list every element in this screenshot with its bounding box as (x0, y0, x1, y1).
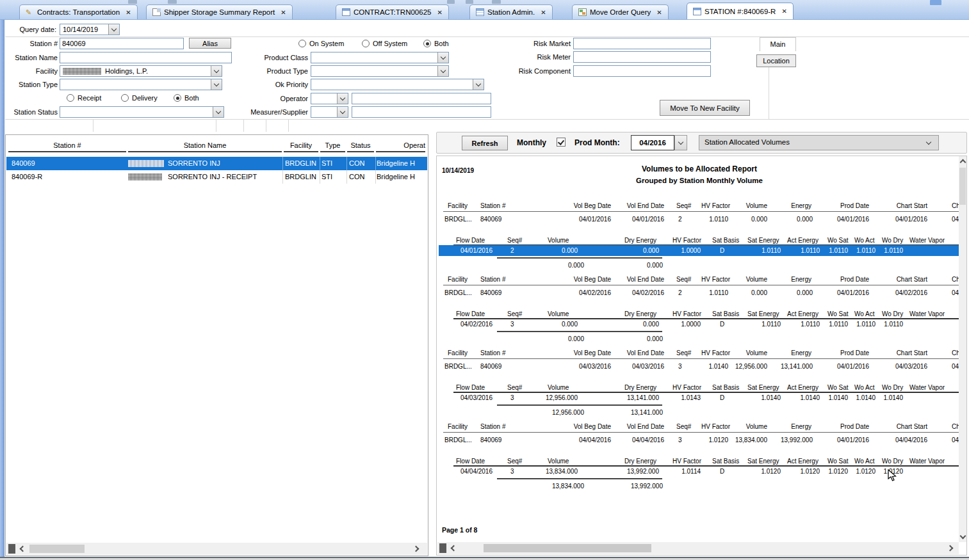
chevron-down-icon[interactable] (213, 107, 224, 117)
report-flow-value: T (897, 467, 961, 476)
product-class-select[interactable] (311, 52, 449, 63)
operator-name-input[interactable] (352, 93, 491, 104)
on-system-radio[interactable] (298, 40, 306, 47)
tab-label: Move Order Query (590, 8, 651, 16)
product-class-label: Product Class (238, 54, 308, 61)
station-row-840069[interactable]: 840069 SORRENTO INJ BRDGLIN STI CON Brid… (6, 157, 427, 170)
report-flow-header: Wo Act (854, 383, 875, 392)
tab-station-admin[interactable]: Station Admin. ✕ (469, 4, 553, 19)
scrollbar-thumb[interactable] (959, 168, 966, 205)
station-number-input[interactable] (60, 38, 184, 49)
report-flow-value: 1.0000 (630, 320, 701, 328)
chevron-down-icon[interactable] (473, 79, 484, 90)
report-flow-header: Water Vapor (909, 310, 945, 318)
report-title: Volumes to be Allocated Report (438, 165, 961, 173)
report-group-value: 04/03/2016 (857, 362, 927, 371)
chevron-down-icon[interactable] (211, 66, 222, 76)
facility-select[interactable]: Holdings, L.P. (60, 65, 222, 77)
scroll-up-icon[interactable] (960, 159, 966, 166)
col-header-station-name[interactable]: Station Name (128, 141, 282, 152)
prod-month-chevron[interactable] (674, 135, 687, 150)
report-vscrollbar[interactable] (959, 156, 966, 542)
scroll-right-icon[interactable] (413, 546, 419, 552)
prod-month-value[interactable]: 04/2016 (631, 135, 674, 150)
station-name-input[interactable] (60, 52, 232, 63)
side-tab-main[interactable]: Main (760, 37, 796, 51)
report-type-select[interactable]: Station Allocated Volumes (699, 135, 939, 150)
report-rule (443, 432, 961, 433)
off-system-radio[interactable] (362, 40, 370, 47)
chevron-down-icon[interactable] (337, 93, 348, 104)
tab-station-840069-r[interactable]: STATION #:840069-R ✕ (687, 3, 794, 19)
report-group-value: BRDGL... (444, 436, 472, 444)
side-tab-location[interactable]: Location (756, 54, 796, 67)
close-icon[interactable]: ✕ (281, 9, 286, 16)
scroll-left-icon[interactable] (20, 546, 26, 552)
report-flow-header: Seq# (507, 383, 522, 392)
operator-code-select[interactable] (311, 93, 348, 104)
refresh-button[interactable]: Refresh (462, 136, 508, 150)
report-flow-header: Sat Basis (712, 310, 739, 318)
both-radio[interactable] (174, 94, 181, 102)
report-flow-header: HV Factor (672, 310, 701, 318)
col-header-operator[interactable]: Operat (376, 141, 425, 152)
chevron-down-icon[interactable] (337, 107, 348, 117)
toolbar-fragment (168, 0, 177, 4)
report-flow-header: Water Vapor (909, 383, 945, 392)
report-flow-header: HV Factor (672, 383, 701, 392)
tab-move-order-query[interactable]: Move Order Query ✕ (572, 4, 669, 19)
close-icon[interactable]: ✕ (656, 9, 662, 16)
measurer-code-select[interactable] (311, 106, 348, 118)
report-flow-header: Wo Dry (882, 457, 903, 465)
report-flow-header: Volume (548, 457, 569, 465)
station-row-840069-r[interactable]: 840069-R SORRENTO INJ - RECEIPT BRDGLIN … (6, 170, 427, 184)
scroll-right-icon[interactable] (947, 545, 954, 552)
col-header-station-number[interactable]: Station # (8, 141, 126, 152)
scroll-down-icon[interactable] (960, 533, 966, 540)
report-group-value: BRDGL... (444, 362, 472, 371)
station-list-hscrollbar[interactable] (6, 543, 427, 555)
ok-priority-select[interactable] (311, 79, 484, 90)
report-flow-value: 1.0114 (630, 467, 701, 476)
close-icon[interactable]: ✕ (541, 9, 546, 16)
report-rule (497, 404, 662, 406)
risk-meter-label: Risk Meter (500, 53, 571, 61)
report-hscrollbar[interactable] (437, 542, 959, 554)
report-toolbar: Refresh Monthly Prod Month: 04/2016 Stat… (436, 132, 967, 154)
chevron-down-icon[interactable] (437, 52, 448, 63)
receipt-radio[interactable] (67, 94, 74, 102)
close-icon[interactable]: ✕ (781, 8, 786, 15)
tab-bar: ✎ Contracts: Transportation ✕ Shipper St… (0, 0, 969, 20)
system-both-radio[interactable] (423, 40, 431, 47)
query-date-select[interactable]: 10/14/2019 (60, 24, 120, 35)
chevron-down-icon[interactable] (108, 24, 119, 35)
toolbar-fragment (447, 0, 455, 4)
move-to-new-facility-button[interactable]: Move To New Facility (660, 100, 750, 116)
close-icon[interactable]: ✕ (126, 9, 131, 16)
measurer-name-input[interactable] (352, 106, 491, 118)
risk-meter-input[interactable] (573, 51, 711, 63)
risk-market-input[interactable] (573, 38, 711, 49)
col-header-type[interactable]: Type (320, 141, 345, 152)
chevron-down-icon[interactable] (437, 66, 448, 76)
tab-contract-trn00625[interactable]: CONTRACT:TRN00625 ✕ (336, 4, 449, 19)
col-header-status[interactable]: Status (347, 141, 374, 152)
close-icon[interactable]: ✕ (437, 9, 442, 16)
tab-shipper-storage-summary[interactable]: Shipper Storage Summary Report ✕ (146, 4, 293, 19)
scroll-left-icon[interactable] (451, 545, 457, 552)
alias-button[interactable]: Alias (189, 38, 231, 49)
tab-contracts-transportation[interactable]: ✎ Contracts: Transportation ✕ (19, 4, 138, 19)
station-status-select[interactable] (60, 106, 224, 118)
report-flow-header: Sat Energy (747, 310, 779, 318)
scrollbar-thumb[interactable] (29, 545, 85, 553)
col-header-facility[interactable]: Facility (284, 141, 318, 152)
risk-component-input[interactable] (573, 65, 711, 77)
chevron-down-icon[interactable] (211, 79, 222, 90)
product-type-select[interactable] (311, 65, 449, 77)
report-group-header: Station # (480, 422, 505, 431)
station-type-select[interactable] (60, 79, 222, 90)
monthly-checkbox[interactable] (557, 138, 566, 147)
delivery-radio[interactable] (121, 94, 129, 102)
report-flow-header: Water Vapor (909, 236, 945, 244)
scrollbar-thumb[interactable] (484, 544, 651, 552)
